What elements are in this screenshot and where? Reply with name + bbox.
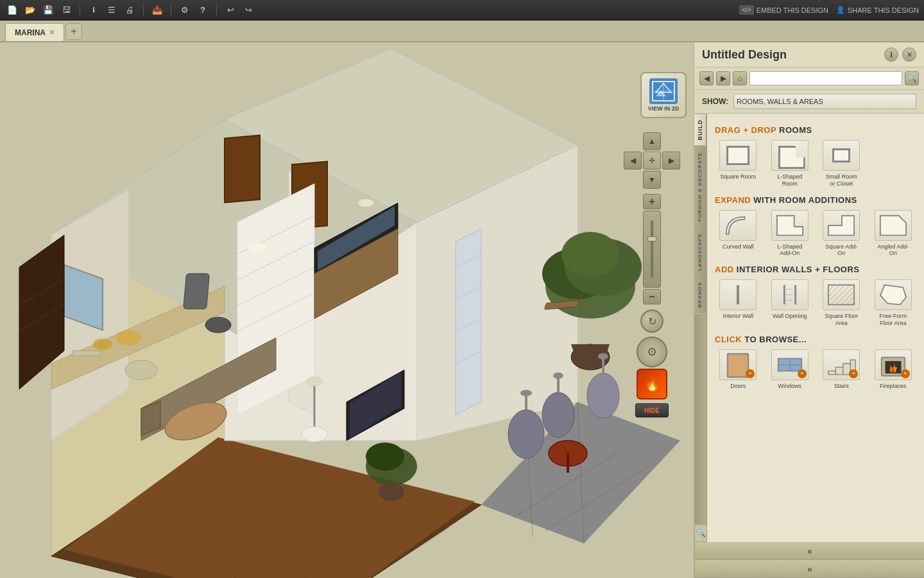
settings-gear-button[interactable]: ⚙ xyxy=(637,337,667,367)
item-sq-add[interactable]: Square Add-On xyxy=(818,210,865,258)
svg-marker-82 xyxy=(656,83,671,92)
nav-forward-button[interactable]: ▶ xyxy=(716,71,730,85)
item-l-shaped-room[interactable]: L-Shaped Room xyxy=(767,140,814,188)
view-2d-button[interactable]: VIEW IN 2D xyxy=(640,72,687,118)
nav-center-button[interactable]: ✛ xyxy=(643,152,661,170)
vtab-spacer xyxy=(694,314,706,524)
open-file-icon[interactable]: 📂 xyxy=(23,3,37,17)
svg-point-63 xyxy=(553,372,563,379)
svg-point-51 xyxy=(302,426,327,442)
panel-title: Untitled Design xyxy=(702,48,787,62)
nav-home-button[interactable]: ⌂ xyxy=(733,71,747,85)
item-small-room[interactable]: Small Room or Closet xyxy=(818,140,865,188)
export-icon[interactable]: 📤 xyxy=(150,3,164,17)
section-header-drag-drop: DRAG + DROP ROOMS xyxy=(715,125,916,135)
rotate-button[interactable]: ↻ xyxy=(640,310,663,333)
info-panel-button[interactable]: ℹ xyxy=(884,48,898,62)
tab-marina[interactable]: MARINA ✕ xyxy=(5,23,64,41)
zoom-in-button[interactable]: + xyxy=(643,194,661,209)
svg-point-76 xyxy=(247,243,266,253)
toolbar: 📄 📂 💾 🖫 ℹ ☰ 🖨 📤 ⚙ ? ↩ ↪ </> EMBED THIS D… xyxy=(0,0,924,21)
show-filter-row: SHOW: ROOMS, WALLS & AREAS FURNITURE ALL xyxy=(694,90,924,114)
save-icon[interactable]: 💾 xyxy=(41,3,55,17)
tab-close-marina[interactable]: ✕ xyxy=(49,29,55,36)
item-interior-wall[interactable]: Interior Wall xyxy=(715,279,762,327)
nav-empty-3 xyxy=(624,171,642,189)
item-floor-area[interactable]: Square Floor Area xyxy=(818,279,865,327)
item-square-room[interactable]: Square Room xyxy=(715,140,762,188)
help-icon[interactable]: ? xyxy=(196,3,210,17)
item-curved-wall[interactable]: Curved Wall xyxy=(715,210,762,258)
item-stairs[interactable]: + Stairs xyxy=(818,349,865,390)
svg-rect-102 xyxy=(885,361,901,373)
search-input[interactable] xyxy=(749,71,902,85)
collapse-down-button[interactable]: » xyxy=(694,560,924,578)
redo-icon[interactable]: ↪ xyxy=(241,3,255,17)
separator-3 xyxy=(171,4,171,16)
fireplaces-icon: + xyxy=(875,349,912,380)
l-shaped-room-label: L-Shaped Room xyxy=(771,173,809,188)
item-l-add[interactable]: L-Shaped Add-On xyxy=(767,210,814,258)
walls-floors-grid: Interior Wall Wall Openin xyxy=(715,279,916,327)
expand-rest: WITH ROOM ADDITIONS xyxy=(753,195,857,205)
list-icon[interactable]: ☰ xyxy=(105,3,119,17)
nav-back-button[interactable]: ◀ xyxy=(699,71,714,85)
item-angled-add[interactable]: Angled Add-On xyxy=(870,210,917,258)
hide-button[interactable]: HIDE xyxy=(635,403,669,417)
embed-button[interactable]: </> EMBED THIS DESIGN xyxy=(739,5,828,15)
settings-icon[interactable]: ⚙ xyxy=(178,3,192,17)
freeform-label: Free-Form Floor Area xyxy=(875,313,912,327)
canvas[interactable]: VIEW IN 2D ▲ ◀ ✛ ▶ ▼ + xyxy=(0,42,693,578)
nav-up-button[interactable]: ▲ xyxy=(643,132,661,150)
interior-wall-shape xyxy=(737,285,739,304)
fire-icon-button[interactable]: 🔥 xyxy=(637,369,667,399)
vtab-furnish[interactable]: FURNISH & DECORATE xyxy=(694,146,706,227)
search-button[interactable]: 🔍 xyxy=(905,71,919,85)
floor-area-icon xyxy=(823,279,860,310)
collapse-up-button[interactable]: « xyxy=(694,542,924,560)
item-fireplaces[interactable]: + Fireplaces xyxy=(870,349,917,390)
vtab-build[interactable]: BUILD xyxy=(694,114,706,146)
small-room-shape xyxy=(832,148,850,162)
info-icon[interactable]: ℹ xyxy=(87,3,101,17)
additions-grid: Curved Wall L-Shaped Add-On xyxy=(715,210,916,258)
item-windows[interactable]: + Windows xyxy=(767,349,814,390)
save-as-icon[interactable]: 🖫 xyxy=(59,3,73,17)
share-button[interactable]: 👤 SHARE THIS DESIGN xyxy=(836,6,919,14)
nav-empty-4 xyxy=(662,171,680,189)
nav-left-button[interactable]: ◀ xyxy=(624,152,642,170)
undo-icon[interactable]: ↩ xyxy=(223,3,237,17)
separator-4 xyxy=(216,4,217,16)
zoom-slider-handle[interactable] xyxy=(647,236,656,241)
zoom-out-button[interactable]: − xyxy=(643,289,661,304)
share-label: SHARE THIS DESIGN xyxy=(848,6,919,14)
floor-plan-scene[interactable] xyxy=(0,42,693,578)
add-keyword: ADD xyxy=(715,265,734,274)
panel-content: DRAG + DROP ROOMS Square Room L- xyxy=(707,114,924,542)
sq-add-label: Square Add-On xyxy=(823,243,860,258)
item-wall-opening[interactable]: Wall Opening xyxy=(767,279,814,327)
angled-add-label: Angled Add-On xyxy=(875,243,912,258)
nav-right-button[interactable]: ▶ xyxy=(662,152,680,170)
new-file-icon[interactable]: 📄 xyxy=(5,3,19,17)
add-tab-button[interactable]: + xyxy=(65,23,82,40)
item-freeform[interactable]: Free-Form Floor Area xyxy=(870,279,917,327)
vertical-tabs: BUILD FURNISH & DECORATE LANDSCAPE BRAND… xyxy=(694,114,707,542)
small-room-icon xyxy=(823,140,860,171)
nav-down-button[interactable]: ▼ xyxy=(643,171,661,189)
svg-point-74 xyxy=(379,483,404,501)
stairs-badge: + xyxy=(849,369,858,378)
vtab-brands[interactable]: BRANDS xyxy=(694,276,706,313)
browse-grid: + Doors + Windows xyxy=(715,349,916,390)
close-panel-button[interactable]: ✕ xyxy=(902,48,916,62)
print-icon[interactable]: 🖨 xyxy=(123,3,137,17)
stairs-icon: + xyxy=(823,349,860,380)
show-select[interactable]: ROOMS, WALLS & AREAS FURNITURE ALL xyxy=(733,94,916,109)
windows-label: Windows xyxy=(778,383,801,390)
item-doors[interactable]: + Doors xyxy=(715,349,762,390)
svg-point-93 xyxy=(744,365,745,367)
vtab-landscape[interactable]: LANDSCAPE xyxy=(694,227,706,277)
svg-rect-97 xyxy=(828,371,836,374)
search-tab-button[interactable]: 🔍 xyxy=(694,524,707,542)
svg-point-58 xyxy=(561,232,619,277)
